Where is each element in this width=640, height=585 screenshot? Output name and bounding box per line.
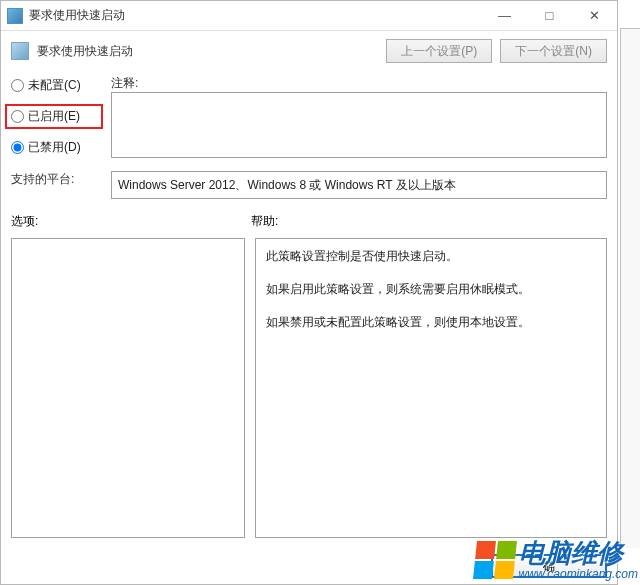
maximize-button[interactable]: □	[527, 1, 572, 30]
platform-label: 支持的平台:	[11, 171, 103, 188]
background-edge	[620, 28, 640, 548]
radio-not-configured[interactable]: 未配置(C)	[11, 77, 103, 94]
radio-disabled[interactable]: 已禁用(D)	[11, 139, 103, 156]
help-line-2: 如果启用此策略设置，则系统需要启用休眠模式。	[266, 280, 596, 299]
titlebar: 要求使用快速启动 — □ ✕	[1, 1, 617, 31]
help-panel: 此策略设置控制是否使用快速启动。 如果启用此策略设置，则系统需要启用休眠模式。 …	[255, 238, 607, 538]
comment-textarea[interactable]	[111, 92, 607, 158]
config-area: 未配置(C) 已启用(E) 已禁用(D) 注释: 支持的平台: Windows …	[1, 75, 617, 199]
comment-section: 注释:	[111, 75, 607, 161]
help-label: 帮助:	[251, 213, 278, 230]
options-label: 选项:	[11, 213, 251, 230]
policy-title: 要求使用快速启动	[37, 43, 378, 60]
radio-not-configured-input[interactable]	[11, 79, 24, 92]
previous-setting-button[interactable]: 上一个设置(P)	[386, 39, 492, 63]
radio-enabled[interactable]: 已启用(E)	[5, 104, 103, 129]
help-line-3: 如果禁用或未配置此策略设置，则使用本地设置。	[266, 313, 596, 332]
dialog-window: 要求使用快速启动 — □ ✕ 要求使用快速启动 上一个设置(P) 下一个设置(N…	[0, 0, 618, 585]
policy-icon	[11, 42, 29, 60]
ok-button[interactable]: 确	[491, 554, 607, 578]
minimize-button[interactable]: —	[482, 1, 527, 30]
help-line-1: 此策略设置控制是否使用快速启动。	[266, 247, 596, 266]
panels-row: 此策略设置控制是否使用快速启动。 如果启用此策略设置，则系统需要启用休眠模式。 …	[1, 234, 617, 548]
middle-labels: 选项: 帮助:	[1, 199, 617, 234]
radio-not-configured-label: 未配置(C)	[28, 77, 81, 94]
radio-column: 未配置(C) 已启用(E) 已禁用(D)	[11, 75, 103, 156]
radio-enabled-label: 已启用(E)	[28, 108, 80, 125]
platform-box: Windows Server 2012、Windows 8 或 Windows …	[111, 171, 607, 199]
radio-disabled-input[interactable]	[11, 141, 24, 154]
header-row: 要求使用快速启动 上一个设置(P) 下一个设置(N)	[1, 31, 617, 75]
footer: 确	[1, 548, 617, 584]
app-icon	[7, 8, 23, 24]
comment-label: 注释:	[111, 75, 607, 92]
window-controls: — □ ✕	[482, 1, 617, 30]
radio-disabled-label: 已禁用(D)	[28, 139, 81, 156]
options-panel	[11, 238, 245, 538]
next-setting-button[interactable]: 下一个设置(N)	[500, 39, 607, 63]
radio-enabled-input[interactable]	[11, 110, 24, 123]
platform-text: Windows Server 2012、Windows 8 或 Windows …	[118, 178, 456, 192]
close-button[interactable]: ✕	[572, 1, 617, 30]
window-title: 要求使用快速启动	[29, 7, 482, 24]
